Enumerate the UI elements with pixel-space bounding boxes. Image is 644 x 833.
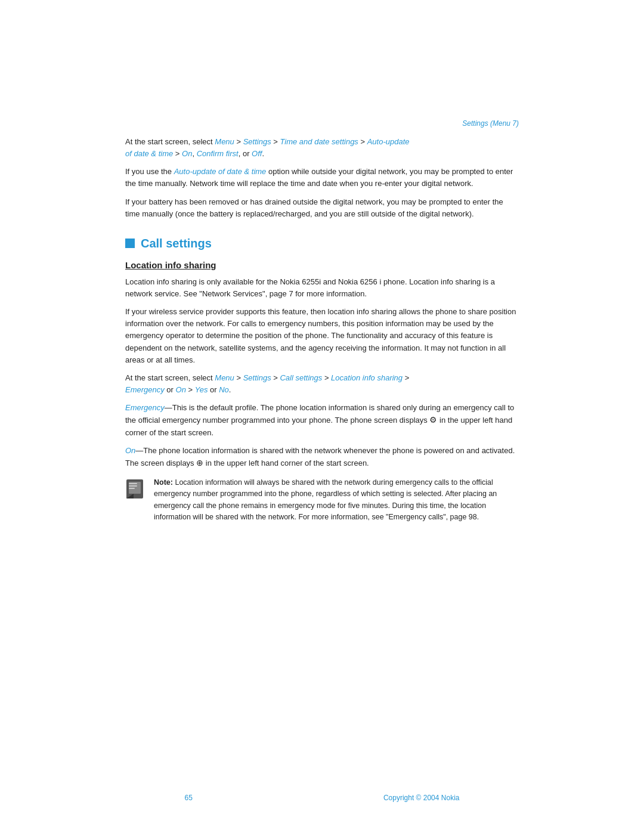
svg-rect-4 bbox=[129, 483, 137, 484]
loc-para-3: At the start screen, select Menu > Setti… bbox=[125, 372, 519, 396]
loc-p3-sep4: > bbox=[402, 373, 409, 382]
loc-link-yes: Yes bbox=[195, 385, 208, 394]
loc-p3-or: or bbox=[165, 385, 176, 394]
loc-link-settings: Settings bbox=[243, 373, 271, 382]
on-link: On bbox=[125, 446, 135, 455]
svg-rect-6 bbox=[129, 488, 135, 489]
on-desc-suffix: in the upper left hand corner of the sta… bbox=[203, 459, 369, 467]
on-icon: ⊕ bbox=[196, 458, 203, 467]
footer-copyright-text: Copyright © 2004 Nokia bbox=[383, 794, 460, 802]
para-3: If your battery has been removed or has … bbox=[125, 196, 519, 220]
call-settings-heading: Call settings bbox=[125, 237, 519, 250]
note-label: Note: bbox=[154, 478, 173, 487]
page: Settings (Menu 7) At the start screen, s… bbox=[0, 0, 644, 833]
loc-link-location: Location info sharing bbox=[331, 373, 402, 382]
para-1-sep3: > bbox=[358, 137, 367, 146]
para-2-prefix: If you use the bbox=[125, 167, 174, 176]
link-confirm: Confirm first bbox=[197, 149, 239, 158]
loc-p3-sep3: > bbox=[322, 373, 331, 382]
location-info-heading-text: Location info sharing bbox=[125, 260, 216, 270]
call-settings-heading-text: Call settings bbox=[141, 237, 212, 250]
loc-p3-sep1: > bbox=[234, 373, 243, 382]
link-time-date: Time and date settings bbox=[280, 137, 358, 146]
heading-square-icon bbox=[125, 239, 135, 248]
para-1-prefix: At the start screen, select bbox=[125, 137, 215, 146]
para-2: If you use the Auto-update of date & tim… bbox=[125, 166, 519, 190]
note-icon bbox=[125, 478, 147, 500]
loc-p3-prefix: At the start screen, select bbox=[125, 373, 215, 382]
link-menu: Menu bbox=[215, 137, 234, 146]
loc-link-call: Call settings bbox=[280, 373, 322, 382]
emergency-link: Emergency bbox=[125, 403, 165, 412]
loc-link-menu: Menu bbox=[215, 373, 234, 382]
content-area: Settings (Menu 7) At the start screen, s… bbox=[107, 0, 537, 563]
link-settings: Settings bbox=[243, 137, 271, 146]
on-desc-para: On—The phone location information is sha… bbox=[125, 445, 519, 470]
para-1-comma: , bbox=[192, 149, 196, 158]
para-1-period: . bbox=[262, 149, 264, 158]
loc-para-2-text: If your wireless service provider suppor… bbox=[125, 307, 516, 364]
para-1-sep2: > bbox=[271, 137, 280, 146]
note-svg-icon bbox=[125, 478, 147, 500]
location-info-subheading: Location info sharing bbox=[125, 260, 519, 270]
loc-p3-period: . bbox=[229, 385, 231, 394]
svg-rect-5 bbox=[129, 485, 137, 487]
link-off: Off bbox=[252, 149, 262, 158]
loc-link-no: No bbox=[219, 385, 229, 394]
loc-para-2: If your wireless service provider suppor… bbox=[125, 306, 519, 366]
para-1: At the start screen, select Menu > Setti… bbox=[125, 136, 519, 160]
note-box: Note: Location information will always b… bbox=[125, 477, 519, 524]
note-text-para: Note: Location information will always b… bbox=[154, 477, 519, 524]
loc-p3-or2: or bbox=[208, 385, 219, 394]
loc-p3-sep2: > bbox=[271, 373, 280, 382]
settings-label-text: Settings (Menu 7) bbox=[462, 119, 519, 128]
link-on: On bbox=[182, 149, 192, 158]
loc-para-1-text: Location info sharing is only available … bbox=[125, 277, 495, 298]
loc-link-on: On bbox=[176, 385, 186, 394]
link-autoupdate-2: Auto-update of date & time bbox=[174, 167, 267, 176]
emergency-desc-para: Emergency—This is the default profile. T… bbox=[125, 402, 519, 439]
para-3-text: If your battery has been removed or has … bbox=[125, 197, 503, 218]
settings-menu-label: Settings (Menu 7) bbox=[125, 119, 519, 128]
footer-page-number: 65 bbox=[185, 794, 193, 802]
para-1-sep1: > bbox=[234, 137, 243, 146]
loc-para-1: Location info sharing is only available … bbox=[125, 276, 519, 300]
para-1-or: , or bbox=[239, 149, 252, 158]
page-footer: 65 Copyright © 2004 Nokia bbox=[0, 794, 644, 802]
para-1-sep4: > bbox=[173, 149, 182, 158]
loc-p3-gt: > bbox=[186, 385, 195, 394]
loc-link-emergency: Emergency bbox=[125, 385, 165, 394]
emergency-icon: ⚙ bbox=[429, 415, 437, 425]
note-content: Location information will always be shar… bbox=[154, 478, 497, 521]
